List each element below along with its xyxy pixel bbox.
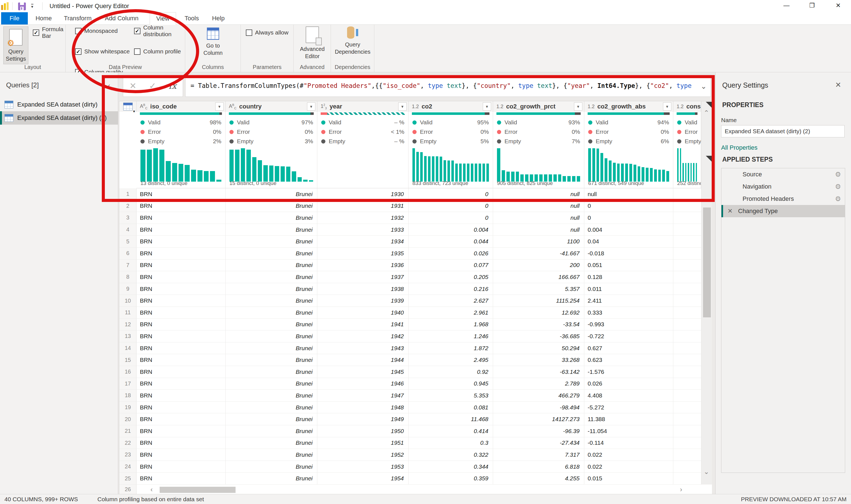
- cell-country[interactable]: Brunei: [225, 461, 317, 472]
- query-settings-button[interactable]: ⚙ Query Settings: [3, 26, 29, 64]
- cell-iso_code[interactable]: BRN: [137, 271, 225, 283]
- cell-iso_code[interactable]: BRN: [137, 402, 225, 413]
- step-settings-gear-icon[interactable]: ⚙: [835, 195, 841, 203]
- vertical-scrollbar-thumb[interactable]: [703, 208, 711, 317]
- cell-co2_growth_abs[interactable]: -0.993: [584, 319, 673, 330]
- cell-year[interactable]: 1947: [317, 390, 409, 401]
- cell-co2_growth_prct[interactable]: null: [493, 224, 584, 236]
- cell-co2_growth_prct[interactable]: 200: [493, 259, 584, 271]
- cell-co2_growth_prct[interactable]: 33.268: [493, 354, 584, 366]
- cell-consu[interactable]: [673, 402, 701, 413]
- scroll-up-icon[interactable]: ⌃: [704, 110, 709, 116]
- row-number[interactable]: 16: [119, 366, 137, 378]
- cell-year[interactable]: 1948: [317, 402, 409, 413]
- checkbox-icon[interactable]: [134, 49, 141, 55]
- cell-consu[interactable]: [673, 307, 701, 319]
- cell-country[interactable]: Brunei: [225, 413, 317, 425]
- cell-co2[interactable]: 0.216: [409, 283, 493, 295]
- cell-country[interactable]: Brunei: [225, 283, 317, 295]
- collapse-applied-steps-icon[interactable]: [706, 156, 714, 164]
- cell-year[interactable]: 1939: [317, 295, 409, 307]
- cell-iso_code[interactable]: BRN: [137, 200, 225, 212]
- cell-year[interactable]: 1936: [317, 259, 409, 271]
- column-header-co2_growth_abs[interactable]: 1.2co2_growth_abs▼: [584, 101, 673, 112]
- cell-iso_code[interactable]: BRN: [137, 366, 225, 378]
- cell-co2_growth_abs[interactable]: null: [584, 188, 673, 200]
- cell-year[interactable]: 1941: [317, 319, 409, 330]
- cell-iso_code[interactable]: BRN: [137, 425, 225, 437]
- cell-co2[interactable]: 0: [409, 212, 493, 223]
- column-header-co2_growth_prct[interactable]: 1.2co2_growth_prct▼: [493, 101, 584, 112]
- cell-co2[interactable]: 0.077: [409, 259, 493, 271]
- cell-iso_code[interactable]: BRN: [137, 449, 225, 461]
- row-number[interactable]: 23: [119, 449, 137, 461]
- filter-dropdown-icon[interactable]: ▼: [398, 102, 406, 111]
- row-number[interactable]: 6: [119, 248, 137, 259]
- cell-country[interactable]: Brunei: [225, 449, 317, 461]
- cell-iso_code[interactable]: BRN: [137, 259, 225, 271]
- cell-country[interactable]: Brunei: [225, 248, 317, 259]
- cell-iso_code[interactable]: BRN: [137, 413, 225, 425]
- cell-iso_code[interactable]: BRN: [137, 224, 225, 236]
- cell-country[interactable]: Brunei: [225, 259, 317, 271]
- quick-access-dropdown-icon[interactable]: ▾: [31, 4, 33, 8]
- cell-year[interactable]: 1944: [317, 354, 409, 366]
- cell-year[interactable]: 1935: [317, 248, 409, 259]
- cell-co2_growth_prct[interactable]: -98.494: [493, 402, 584, 413]
- cell-co2_growth_prct[interactable]: 1115.254: [493, 295, 584, 307]
- cell-co2_growth_prct[interactable]: 6.818: [493, 461, 584, 472]
- cell-co2_growth_abs[interactable]: 0.015: [584, 472, 673, 484]
- cell-co2_growth_prct[interactable]: -36.685: [493, 330, 584, 342]
- formula-bar-checkbox[interactable]: ✓ Formula Bar: [33, 29, 65, 36]
- filter-dropdown-icon[interactable]: ▼: [307, 102, 315, 111]
- cell-year[interactable]: 1951: [317, 437, 409, 449]
- cell-year[interactable]: 1942: [317, 330, 409, 342]
- cell-country[interactable]: Brunei: [225, 425, 317, 437]
- cell-year[interactable]: 1943: [317, 342, 409, 354]
- row-number[interactable]: 13: [119, 330, 137, 342]
- cell-co2_growth_abs[interactable]: 0.627: [584, 342, 673, 354]
- tab-home[interactable]: Home: [31, 12, 56, 24]
- cell-co2_growth_prct[interactable]: 466.279: [493, 390, 584, 401]
- tab-help[interactable]: Help: [209, 12, 228, 24]
- cell-year[interactable]: 1950: [317, 425, 409, 437]
- horizontal-scrollbar-thumb[interactable]: [160, 487, 236, 493]
- cell-co2_growth_abs[interactable]: -5.272: [584, 402, 673, 413]
- column-header-country[interactable]: ABCcountry▼: [225, 101, 317, 112]
- row-number[interactable]: 17: [119, 378, 137, 390]
- cell-co2_growth_prct[interactable]: null: [493, 188, 584, 200]
- cell-co2[interactable]: 0.081: [409, 402, 493, 413]
- delete-step-icon[interactable]: ✕: [727, 208, 732, 215]
- cell-consu[interactable]: [673, 354, 701, 366]
- cell-country[interactable]: Brunei: [225, 212, 317, 223]
- row-number[interactable]: 18: [119, 390, 137, 401]
- query-name-input[interactable]: [721, 125, 845, 138]
- cell-co2_growth_prct[interactable]: -33.54: [493, 319, 584, 330]
- row-number[interactable]: 26: [119, 485, 137, 494]
- applied-step-navigation[interactable]: Navigation⚙: [721, 181, 845, 193]
- checkbox-icon[interactable]: ✓: [75, 49, 82, 55]
- commit-formula-icon[interactable]: ✓: [149, 81, 156, 91]
- cell-country[interactable]: Brunei: [225, 319, 317, 330]
- cell-iso_code[interactable]: BRN: [137, 461, 225, 472]
- cell-consu[interactable]: [673, 378, 701, 390]
- cell-year[interactable]: 1933: [317, 224, 409, 236]
- data-preview-checkbox[interactable]: Monospaced: [75, 27, 130, 35]
- always-allow-checkbox[interactable]: Always allow: [246, 29, 288, 36]
- tab-add-column[interactable]: Add Column: [100, 12, 143, 24]
- cell-country[interactable]: Brunei: [225, 200, 317, 212]
- step-settings-gear-icon[interactable]: ⚙: [835, 170, 841, 178]
- cell-co2_growth_abs[interactable]: 0.022: [584, 449, 673, 461]
- cell-co2[interactable]: 2.495: [409, 354, 493, 366]
- row-number[interactable]: 19: [119, 402, 137, 413]
- cell-co2_growth_prct[interactable]: 5.357: [493, 283, 584, 295]
- select-all-button[interactable]: [119, 101, 137, 112]
- cell-country[interactable]: Brunei: [225, 390, 317, 401]
- row-number[interactable]: 7: [119, 259, 137, 271]
- cell-country[interactable]: Brunei: [225, 295, 317, 307]
- checkbox-icon[interactable]: ✓: [134, 28, 141, 34]
- cell-iso_code[interactable]: BRN: [137, 437, 225, 449]
- cell-co2_growth_abs[interactable]: 0.333: [584, 307, 673, 319]
- cell-co2_growth_prct[interactable]: -63.142: [493, 366, 584, 378]
- tab-view[interactable]: View: [150, 12, 176, 25]
